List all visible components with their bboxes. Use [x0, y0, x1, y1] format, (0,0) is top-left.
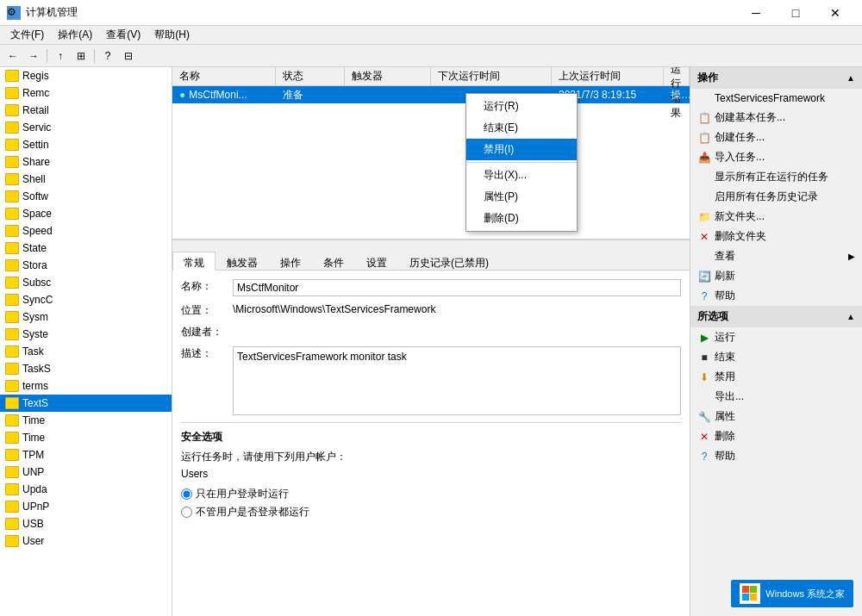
context-disable[interactable]: 禁用(I)	[466, 139, 577, 160]
sidebar-item-space[interactable]: Space	[0, 205, 172, 222]
context-export[interactable]: 导出(X)...	[466, 165, 577, 186]
sidebar-item-softw[interactable]: Softw	[0, 188, 172, 205]
sidebar-item-upnp[interactable]: UPnP	[0, 498, 172, 515]
toolbar-sep1	[47, 49, 47, 63]
sidebar-item-sysm[interactable]: Sysm	[0, 308, 172, 326]
right-sel-props[interactable]: 🔧 属性	[690, 407, 862, 426]
right-sel-export[interactable]: 导出...	[690, 387, 862, 407]
table-hscroll[interactable]	[172, 240, 690, 250]
sidebar-item-remc[interactable]: Remc	[0, 84, 172, 102]
context-properties[interactable]: 属性(P)	[466, 186, 577, 208]
sidebar-item-share[interactable]: Share	[0, 153, 172, 171]
detail-content: 名称： 位置： \Microsoft\Windows\TextServicesF…	[172, 271, 690, 616]
radio-always[interactable]	[181, 507, 192, 518]
folder-icon	[5, 70, 19, 82]
right-item-create-task[interactable]: 📋 创建任务...	[690, 128, 862, 147]
col-header-trigger[interactable]: 触发器	[345, 67, 431, 85]
sidebar-item-label: User	[22, 535, 44, 547]
sidebar-item-regis[interactable]: Regis	[0, 67, 172, 84]
tab-conditions[interactable]: 条件	[312, 252, 355, 270]
close-button[interactable]: ✕	[815, 0, 855, 26]
sidebar-item-label: Upda	[22, 483, 47, 495]
right-item-view[interactable]: 查看 ▶	[690, 246, 862, 266]
right-sel-end[interactable]: ■ 结束	[690, 347, 862, 367]
right-item-tsf[interactable]: TextServicesFramework	[690, 89, 862, 108]
help-button[interactable]: ?	[98, 47, 117, 65]
col-header-last[interactable]: 上次运行时间	[552, 67, 664, 85]
sidebar-item-label: TaskS	[22, 363, 51, 375]
sidebar-item-state[interactable]: State	[0, 240, 172, 257]
radio-row-1: 只在用户登录时运行	[181, 487, 681, 501]
right-item-enable-history[interactable]: 启用所有任务历史记录	[690, 187, 862, 207]
folder-icon	[5, 363, 19, 375]
col-header-result[interactable]: 上次运行结果	[664, 67, 690, 85]
back-button[interactable]: ←	[3, 47, 22, 65]
right-item-create-basic[interactable]: 📋 创建基本任务...	[690, 108, 862, 128]
sidebar-item-task[interactable]: Task	[0, 343, 172, 360]
tab-triggers[interactable]: 触发器	[216, 252, 269, 270]
right-item-refresh[interactable]: 🔄 刷新	[690, 266, 862, 286]
sidebar-item-subsc[interactable]: Subsc	[0, 274, 172, 291]
sidebar-item-shell[interactable]: Shell	[0, 171, 172, 188]
sidebar-item-label: TPM	[22, 449, 44, 461]
right-item-del-folder[interactable]: ✕ 删除文件夹	[690, 227, 862, 246]
sidebar-item-terms[interactable]: terms	[0, 377, 172, 395]
tab-actions[interactable]: 操作	[269, 252, 312, 270]
main-layout: Regis Remc Retail Servic Settin Share	[0, 67, 862, 616]
sidebar-item-time2[interactable]: Time	[0, 429, 172, 446]
menu-action[interactable]: 操作(A)	[51, 26, 99, 44]
right-sel-delete[interactable]: ✕ 删除	[690, 426, 862, 446]
tab-general[interactable]: 常规	[172, 252, 216, 271]
right-item-import[interactable]: 📥 导入任务...	[690, 147, 862, 167]
context-end[interactable]: 结束(E)	[466, 117, 577, 139]
sidebar-item-tasks[interactable]: TaskS	[0, 360, 172, 377]
sidebar-item-tpm[interactable]: TPM	[0, 446, 172, 464]
sidebar-item-usb[interactable]: USB	[0, 515, 172, 532]
col-header-next[interactable]: 下次运行时间	[431, 67, 552, 85]
table-row[interactable]: ● MsCtfMoni... 准备 2021/7/3 8:19:15 操作成功完…	[172, 86, 690, 103]
right-item-new-folder[interactable]: 📁 新文件夹...	[690, 207, 862, 227]
name-input[interactable]	[233, 279, 681, 296]
export-button[interactable]: ⊟	[119, 47, 138, 65]
radio-login[interactable]	[181, 488, 192, 500]
show-hide-button[interactable]: ⊞	[72, 47, 91, 65]
right-sel-run[interactable]: ▶ 运行	[690, 327, 862, 347]
import-icon: 📥	[697, 151, 711, 165]
sidebar-item-servic[interactable]: Servic	[0, 119, 172, 136]
desc-textarea[interactable]: TextServicesFramework monitor task	[233, 346, 681, 415]
context-delete[interactable]: 删除(D)	[466, 208, 577, 229]
menu-help[interactable]: 帮助(H)	[147, 26, 197, 44]
collapse-icon2: ▲	[846, 312, 855, 321]
sidebar-item-syncc[interactable]: SyncC	[0, 291, 172, 308]
tab-history[interactable]: 历史记录(已禁用)	[398, 252, 500, 270]
sidebar-item-retail[interactable]: Retail	[0, 102, 172, 119]
sidebar-item-stora[interactable]: Stora	[0, 257, 172, 274]
cell-trigger	[345, 93, 431, 96]
right-section-selected[interactable]: 所选项 ▲	[690, 306, 862, 327]
forward-button[interactable]: →	[24, 47, 43, 65]
sidebar-item-speed[interactable]: Speed	[0, 222, 172, 240]
maximize-button[interactable]: □	[776, 0, 815, 26]
context-run[interactable]: 运行(R)	[466, 96, 577, 117]
sidebar-item-unp[interactable]: UNP	[0, 464, 172, 481]
up-button[interactable]: ↑	[51, 47, 70, 65]
minimize-button[interactable]: ─	[736, 0, 776, 26]
right-section-selected-label: 所选项	[697, 309, 728, 324]
sidebar-item-time1[interactable]: Time	[0, 412, 172, 429]
right-section-actions[interactable]: 操作 ▲	[690, 67, 862, 89]
menu-view[interactable]: 查看(V)	[99, 26, 147, 44]
right-sel-disable[interactable]: ⬇ 禁用	[690, 367, 862, 387]
detail-name-row: 名称：	[181, 279, 681, 296]
sidebar-item-syste[interactable]: Syste	[0, 326, 172, 343]
right-item-help1[interactable]: ? 帮助	[690, 286, 862, 306]
sidebar-item-user[interactable]: User	[0, 532, 172, 550]
col-header-status[interactable]: 状态	[276, 67, 345, 85]
menu-file[interactable]: 文件(F)	[3, 26, 51, 44]
col-header-name[interactable]: 名称	[172, 67, 276, 85]
sidebar-item-settin[interactable]: Settin	[0, 136, 172, 153]
sidebar-item-texts[interactable]: TextS	[0, 395, 172, 412]
tab-settings[interactable]: 设置	[355, 252, 398, 270]
sidebar-item-upda[interactable]: Upda	[0, 481, 172, 498]
right-sel-help[interactable]: ? 帮助	[690, 446, 862, 466]
right-item-show-running[interactable]: 显示所有正在运行的任务	[690, 167, 862, 187]
